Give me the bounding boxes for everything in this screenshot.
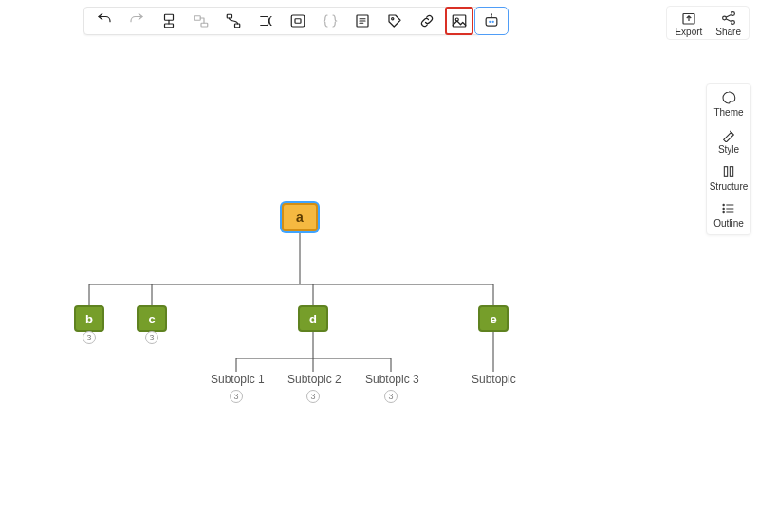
node-d-label: d xyxy=(309,312,317,326)
leaf-subtopic-3-badge: 3 xyxy=(384,390,398,403)
node-b[interactable]: b xyxy=(74,305,104,332)
leaf-subtopic-1[interactable]: Subtopic 1 xyxy=(211,373,265,386)
leaf-e-subtopic[interactable]: Subtopic xyxy=(472,373,516,386)
root-node[interactable]: a xyxy=(282,203,318,231)
leaf-subtopic-2-badge: 3 xyxy=(306,390,320,403)
mindmap-canvas[interactable]: a b 3 c 3 d e Subtopic 1 3 Subtopic 2 3 … xyxy=(0,0,759,532)
node-c-label: c xyxy=(148,312,155,326)
node-c-badge: 3 xyxy=(145,331,158,344)
root-node-label: a xyxy=(296,210,304,225)
leaf-subtopic-2[interactable]: Subtopic 2 xyxy=(287,373,342,386)
node-e-label: e xyxy=(490,312,496,326)
leaf-subtopic-3[interactable]: Subtopic 3 xyxy=(365,373,419,386)
leaf-subtopic-1-badge: 3 xyxy=(230,390,243,403)
node-d[interactable]: d xyxy=(298,305,328,332)
node-b-badge: 3 xyxy=(83,331,96,344)
node-e[interactable]: e xyxy=(478,305,509,332)
node-c[interactable]: c xyxy=(137,305,167,332)
node-b-label: b xyxy=(85,312,93,326)
